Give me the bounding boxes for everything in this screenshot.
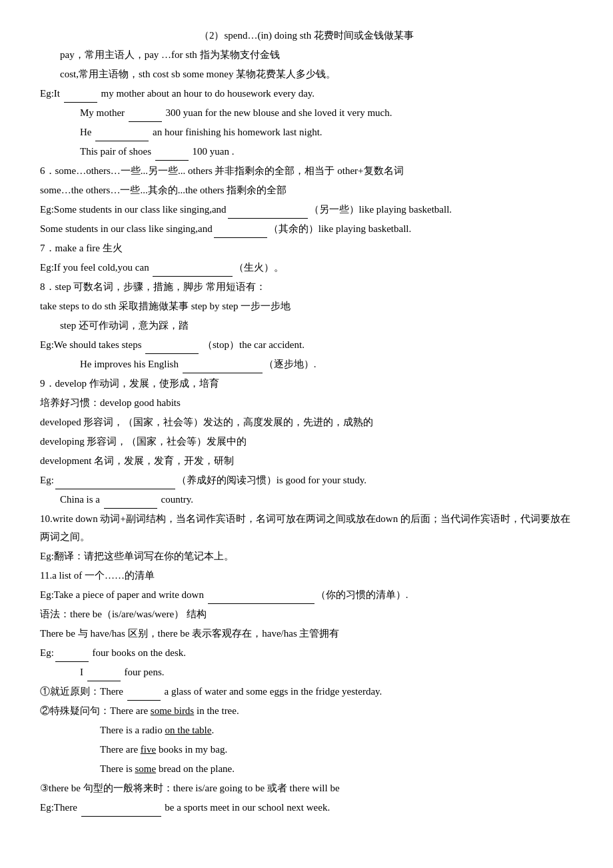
point9-eg1: Eg:（养成好的阅读习惯）is good for your study.: [40, 471, 573, 489]
point8-title: 8．step 可数名词，步骤，措施，脚步 常用短语有：: [40, 278, 573, 296]
point8-eg1: Eg:We should takes steps （stop）the car a…: [40, 336, 573, 354]
point9-title: 9．develop 作动词，发展，使形成，培育: [40, 375, 573, 393]
rule2-eg3-underline: some: [135, 763, 156, 774]
point7-eg: Eg:If you feel cold,you can （生火）。: [40, 259, 573, 277]
grammar-eg2-blank: [87, 681, 121, 681]
point8-line1: take steps to do sth 采取措施做某事 step by ste…: [40, 297, 573, 315]
point9-line3: developing 形容词，（国家，社会等）发展中的: [40, 433, 573, 451]
point9-line1: 培养好习惯：develop good habits: [40, 394, 573, 412]
rule3-eg: Eg:There be a sports meet in our school …: [40, 799, 573, 817]
eg1-line: Eg:It my mother about an hour to do hous…: [40, 85, 573, 103]
eg2-line: My mother 300 yuan for the new blouse an…: [40, 104, 573, 122]
point9-eg2-blank: [104, 508, 157, 509]
rule2-eg2-underline: five: [141, 744, 156, 755]
eg3-blank: [95, 141, 149, 141]
point6-eg2: Some students in our class like singing,…: [40, 220, 573, 238]
page-content: （2）spend…(in) doing sth 花费时间或金钱做某事 pay，常…: [40, 27, 573, 817]
point6-eg1: Eg:Some students in our class like singi…: [40, 201, 573, 219]
point7-blank: [153, 276, 233, 277]
rule2-eg1: There is a radio on the table.: [40, 721, 573, 739]
point8-eg2-blank: [183, 373, 263, 373]
grammar-eg1-blank: [55, 661, 89, 662]
eg4-blank: [155, 160, 189, 161]
rule2-eg3: There is some bread on the plane.: [40, 760, 573, 778]
point8-line2: step 还可作动词，意为踩，踏: [40, 317, 573, 335]
point6-line2: some…the others…一些...其余的...the others 指剩…: [40, 181, 573, 199]
point6-eg2-blank: [214, 237, 267, 238]
grammar-eg1: Eg: four books on the desk.: [40, 644, 573, 662]
point11-blank: [208, 603, 314, 604]
point8-eg1-blank: [145, 353, 199, 354]
point11-eg: Eg:Take a piece of paper and write down …: [40, 586, 573, 604]
rule3-line: ③there be 句型的一般将来时：there is/are going to…: [40, 779, 573, 797]
point9-line2: developed 形容词，（国家，社会等）发达的，高度发展的，先进的，成熟的: [40, 413, 573, 431]
rule2-eg1-underline: on the table: [165, 725, 211, 735]
rule1-blank: [127, 700, 161, 701]
eg3-line: He an hour finishing his homework last n…: [40, 123, 573, 141]
point6-eg1-blank: [228, 218, 308, 219]
eg1-blank: [64, 102, 97, 103]
grammar-title: 语法：there be（is/are/was/were） 结构: [40, 605, 573, 623]
cost-line: cost,常用主语物，sth cost sb some money 某物花费某人…: [40, 65, 573, 83]
eg2-blank: [129, 121, 162, 122]
point9-eg1-blank: [55, 489, 175, 489]
point10-title: 10.write down 动词+副词结构，当名词作宾语时，名词可放在两词之间或…: [40, 510, 573, 546]
point9-line4: development 名词，发展，发育，开发，研制: [40, 452, 573, 470]
grammar-line1: There be 与 have/has 区别，there be 表示客观存在，h…: [40, 625, 573, 643]
point7-title: 7．make a fire 生火: [40, 239, 573, 257]
point9-eg2: China is a country.: [40, 491, 573, 509]
rule2-eg2: There are five books in my bag.: [40, 741, 573, 759]
point11-title: 11.a list of 一个……的清单: [40, 567, 573, 585]
point2-title: （2）spend…(in) doing sth 花费时间或金钱做某事: [40, 27, 573, 45]
rule2-line: ②特殊疑问句：There are some birds in the tree.: [40, 702, 573, 720]
point10-eg: Eg:翻译：请把这些单词写在你的笔记本上。: [40, 547, 573, 565]
rule1-line: ①就近原则：There a glass of water and some eg…: [40, 683, 573, 701]
point8-eg2: He improves his English （逐步地）.: [40, 355, 573, 373]
rule3-blank: [81, 816, 161, 817]
rule2-underline: some birds: [151, 705, 194, 716]
eg4-line: This pair of shoes 100 yuan .: [40, 143, 573, 161]
pay-line: pay，常用主语人，pay …for sth 指为某物支付金钱: [40, 46, 573, 64]
point6-title: 6．some…others…一些...另一些... others 并非指剩余的全…: [40, 162, 573, 180]
grammar-eg2: I four pens.: [40, 663, 573, 681]
